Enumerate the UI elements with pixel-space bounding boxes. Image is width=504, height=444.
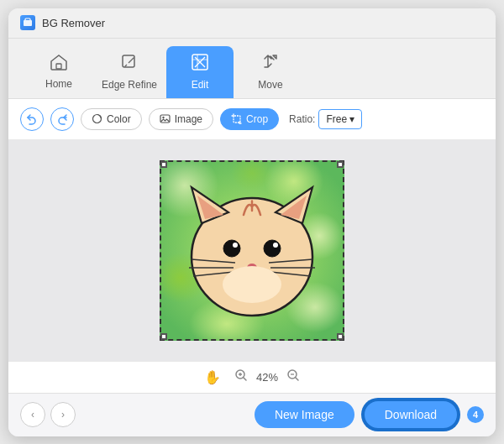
image-button[interactable]: Image bbox=[149, 108, 213, 130]
zoom-control: 42% bbox=[234, 368, 300, 385]
undo-button[interactable] bbox=[20, 107, 44, 131]
zoom-value: 42% bbox=[256, 371, 278, 384]
toolbar: Color Image Crop Ratio: Free ▾ bbox=[8, 99, 496, 140]
image-container bbox=[160, 160, 344, 341]
svg-point-6 bbox=[162, 117, 164, 118]
new-image-button[interactable]: New Image bbox=[255, 401, 354, 428]
nav-arrows: ‹ › bbox=[20, 402, 76, 427]
nav-bar: Home Edge Refine Edit bbox=[8, 39, 496, 99]
svg-point-24 bbox=[273, 243, 278, 248]
svg-point-22 bbox=[264, 240, 281, 257]
tab-home-label: Home bbox=[45, 78, 72, 90]
ratio-select: Ratio: Free ▾ bbox=[289, 109, 362, 129]
tab-edit[interactable]: Edit bbox=[166, 46, 234, 98]
next-button[interactable]: › bbox=[50, 402, 76, 427]
status-bar: ✋ 42% bbox=[8, 361, 496, 393]
title-bar: BG Remover bbox=[8, 8, 496, 39]
move-icon bbox=[261, 53, 280, 76]
edit-icon bbox=[191, 53, 209, 76]
zoom-out-icon[interactable] bbox=[286, 368, 300, 385]
svg-rect-0 bbox=[24, 20, 32, 26]
crop-button[interactable]: Crop bbox=[220, 108, 279, 130]
color-button[interactable]: Color bbox=[81, 108, 142, 130]
tab-home[interactable]: Home bbox=[25, 46, 92, 98]
bottom-bar: ‹ › New Image Download 4 bbox=[8, 393, 496, 436]
tab-edge-refine[interactable]: Edge Refine bbox=[96, 46, 163, 98]
edge-refine-icon bbox=[120, 53, 139, 76]
download-button[interactable]: Download bbox=[363, 400, 459, 430]
app-icon bbox=[20, 15, 35, 30]
svg-rect-1 bbox=[56, 64, 61, 69]
home-icon bbox=[50, 54, 68, 75]
tab-move[interactable]: Move bbox=[237, 46, 304, 98]
app-title: BG Remover bbox=[42, 17, 105, 29]
prev-button[interactable]: ‹ bbox=[20, 402, 45, 427]
svg-point-21 bbox=[223, 240, 240, 257]
redo-button[interactable] bbox=[50, 107, 74, 131]
svg-point-32 bbox=[223, 266, 281, 303]
svg-point-23 bbox=[233, 243, 238, 248]
ratio-dropdown[interactable]: Free ▾ bbox=[318, 109, 362, 129]
svg-rect-2 bbox=[123, 55, 134, 67]
app-window: BG Remover Home Edge Refine bbox=[8, 8, 496, 436]
tab-move-label: Move bbox=[258, 79, 282, 91]
zoom-in-icon[interactable] bbox=[234, 368, 248, 385]
notification-badge: 4 bbox=[467, 406, 484, 423]
tab-edge-refine-label: Edge Refine bbox=[102, 79, 157, 91]
ratio-label: Ratio: bbox=[289, 113, 315, 125]
cat-image bbox=[160, 160, 344, 341]
canvas-area bbox=[8, 140, 496, 361]
tab-edit-label: Edit bbox=[192, 79, 209, 91]
pan-tool-icon[interactable]: ✋ bbox=[204, 369, 221, 385]
bottom-actions: New Image Download 4 bbox=[255, 400, 484, 430]
